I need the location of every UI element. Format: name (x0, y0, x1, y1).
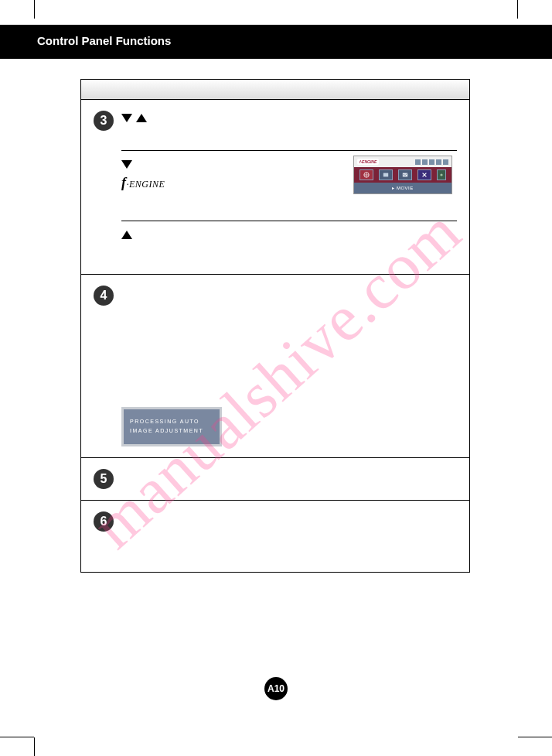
step-4-best: The best display mode is (121, 388, 457, 401)
step-5-label: Power Button (121, 470, 172, 480)
step-5-row: 5 Power Button Use this button to turn t… (81, 458, 469, 500)
auto-line-2: IMAGE ADJUSTMENT (130, 426, 213, 436)
fengine-logo: f·ENGINE (121, 175, 206, 191)
step-number-4: 4 (94, 286, 114, 306)
globe-icon (363, 172, 370, 178)
up-arrow-icon (121, 231, 132, 239)
down-arrow-icon (121, 160, 132, 169)
crop-mark (517, 0, 518, 19)
step-3-sub-up: This function allows you to easily selec… (81, 221, 469, 274)
step-4-label: AUTO/SET Button (121, 286, 457, 299)
svg-point-3 (440, 173, 442, 176)
crop-mark (34, 737, 35, 756)
step-3-row: 3 Button Use these buttons to select or … (81, 100, 469, 150)
sub-down-text: For more information, refer to page A17. (206, 159, 358, 168)
dot-icon (438, 172, 445, 178)
table-header: Button (81, 80, 469, 100)
osd-tile (437, 169, 446, 180)
osd-tile (359, 169, 373, 180)
step-number-5: 5 (94, 469, 114, 489)
osd-tile (379, 169, 393, 180)
svg-rect-1 (383, 173, 388, 177)
crop-mark (0, 737, 34, 737)
picture-icon (402, 172, 408, 178)
close-icon (421, 172, 428, 178)
osd-mode-label: MOVIE (354, 183, 451, 193)
osd-tile (398, 169, 412, 180)
up-arrow-icon (136, 114, 147, 122)
step-6-row: 6 Power Indicator This Indicator lights … (81, 501, 469, 572)
osd-icon (422, 159, 428, 165)
step-number-6: 6 (94, 511, 114, 532)
content-panel: Button 3 Button Use these buttons to sel… (80, 79, 470, 573)
section-title-bar: Control Panel Functions (0, 25, 552, 59)
step-4-subhead: AUTO IMAGE ADJUSTMENT (121, 330, 457, 344)
step-5-text: Use this button to turn the display on o… (184, 470, 346, 480)
auto-adjustment-popup: PROCESSING AUTO IMAGE ADJUSTMENT (121, 407, 222, 446)
page-number: A10 (267, 683, 285, 694)
sub-up-text: This function allows you to easily selec… (206, 229, 443, 257)
step-3-label: Button (154, 112, 179, 121)
page-number-badge: A10 (264, 677, 288, 700)
section-title: Control Panel Functions (37, 34, 171, 47)
osd-icon (415, 159, 421, 165)
step-4-row: 4 AUTO/SET Button Use this button to ent… (81, 275, 469, 457)
step-3-sub-down: f·ENGINE For more information, refer to … (81, 151, 469, 221)
step-4-body: When adjusting your display settings, al… (121, 347, 457, 385)
step-number-3: 3 (94, 111, 114, 131)
fengine-badge: f·ENGINE (357, 159, 379, 165)
picture-icon (383, 172, 389, 178)
osd-icon (443, 159, 448, 165)
down-arrow-icon (121, 114, 132, 122)
osd-icon (436, 159, 441, 165)
step-4-top-text: Use this button to enter a selection in … (121, 302, 457, 315)
auto-line-1: PROCESSING AUTO (130, 417, 213, 427)
step-6-label: Power Indicator (121, 513, 180, 522)
osd-tile (417, 169, 431, 180)
crop-mark (518, 737, 552, 737)
osd-icon (429, 159, 434, 165)
crop-mark (34, 0, 35, 19)
fengine-osd-preview: f·ENGINE (353, 156, 452, 194)
step-3-desc: Use these buttons to select or adjust fu… (121, 127, 457, 140)
